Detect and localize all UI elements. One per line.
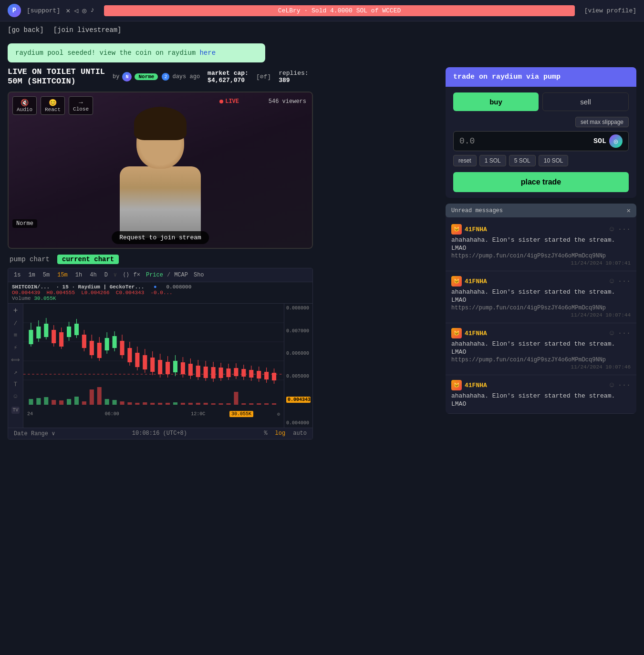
price-label[interactable]: Price <box>146 272 163 278</box>
emoji-react-icon[interactable]: ☺ <box>610 225 614 234</box>
coin-meta: by N Norme 2 days ago <box>113 72 200 82</box>
svg-rect-78 <box>82 401 86 405</box>
sol-amount-input[interactable] <box>459 136 593 146</box>
amount-1sol-button[interactable]: 1 SOL <box>479 155 506 166</box>
svg-rect-101 <box>257 403 261 405</box>
more-options-icon[interactable]: ··· <box>618 277 631 286</box>
percent-symbol[interactable]: % <box>264 430 267 437</box>
close-button[interactable]: → Close <box>69 96 93 115</box>
slippage-button[interactable]: set max slippage <box>575 117 629 127</box>
chat-username-row: 🐱 41FNHA ☺ ··· <box>451 328 631 338</box>
emoji-react-icon[interactable]: ☺ <box>610 381 614 389</box>
more-options-icon[interactable]: ··· <box>618 225 631 234</box>
view-profile-link[interactable]: [view profile] <box>584 7 636 14</box>
chart-toolbar: 1s 1m 5m 15m 1h 4h D ∨ ⟨⟩ f× Price / MCA… <box>8 268 312 282</box>
menu-tool[interactable]: ≡ <box>14 332 18 339</box>
join-livestream-link[interactable]: [join livestream] <box>53 26 122 34</box>
emoji-react-icon[interactable]: ☺ <box>610 277 614 286</box>
pattern-tool[interactable]: ⚡ <box>14 344 18 351</box>
tf-1m[interactable]: 1m <box>26 271 37 279</box>
chat-message: 🐱 41FNHA ☺ ··· ahahahaha. Elon's sister … <box>446 271 636 323</box>
market-cap: market cap: $4,627,070 <box>208 70 249 84</box>
date-range-selector[interactable]: Date Range ∨ <box>14 430 55 437</box>
support-link[interactable]: [support] <box>27 7 60 14</box>
svg-rect-99 <box>241 403 246 405</box>
price-scale-7: 0.007000 <box>286 328 311 334</box>
chat-link[interactable]: https://pump.fun/coin/4igP9szJY4o6oMPmDc… <box>451 305 631 311</box>
indicator-icon[interactable]: f× <box>134 272 140 278</box>
amount-5sol-button[interactable]: 5 SOL <box>509 155 536 166</box>
follow-icon[interactable]: [⊘f] <box>256 73 271 81</box>
line-tool[interactable]: / <box>14 320 18 327</box>
chat-link[interactable]: https://pump.fun/coin/4igP9szJY4o6oMPmDc… <box>451 253 631 259</box>
log-scale[interactable]: log <box>275 430 286 437</box>
main-content: LIVE ON TOILET UNTIL50M (SHITCOIN) by N … <box>0 67 644 440</box>
buy-button[interactable]: buy <box>453 92 539 111</box>
svg-rect-44 <box>173 361 177 372</box>
measure-tool[interactable]: ↗ <box>14 368 18 376</box>
chat-username[interactable]: 41FNHA <box>465 330 487 337</box>
amount-10sol-button[interactable]: 10 SOL <box>539 155 569 166</box>
svg-rect-30 <box>120 341 124 355</box>
svg-rect-68 <box>264 372 269 379</box>
tf-5m[interactable]: 5m <box>41 271 52 279</box>
chat-actions: ☺ ··· <box>610 225 631 234</box>
current-chart-tab[interactable]: current chart <box>57 255 119 264</box>
svg-rect-16 <box>67 327 71 337</box>
creator-badge[interactable]: Norme <box>135 73 158 80</box>
time-ago: days ago <box>172 73 200 80</box>
tf-1s[interactable]: 1s <box>12 271 22 279</box>
svg-rect-62 <box>241 369 246 377</box>
coin-header: LIVE ON TOILET UNTIL50M (SHITCOIN) by N … <box>8 67 436 87</box>
tf-d[interactable]: D <box>103 271 110 279</box>
go-back-link[interactable]: [go back] <box>8 26 44 34</box>
streamer-name: Norme <box>12 219 37 228</box>
chat-username[interactable]: 41FNHA <box>465 382 487 389</box>
twitter-icon[interactable]: ✕ <box>66 6 70 15</box>
join-stream-overlay[interactable]: Request to join stream <box>112 231 209 244</box>
chat-time: 11/24/2024 10:07:46 <box>451 364 631 370</box>
mcap-label[interactable]: MCAP <box>174 272 188 278</box>
svg-rect-40 <box>158 360 162 374</box>
tf-1h[interactable]: 1h <box>73 271 84 279</box>
volume-label: Volume <box>12 296 34 301</box>
sell-button[interactable]: sell <box>542 92 629 111</box>
audio-button[interactable]: 🔇 Audio <box>12 96 37 115</box>
chart-right-scale: 0.008000 0.007000 0.006000 0.005000 0.00… <box>284 304 312 428</box>
crosshair-tool[interactable]: + <box>13 307 18 315</box>
svg-rect-93 <box>196 403 200 405</box>
ruler-tool[interactable]: ⟺ <box>11 356 20 364</box>
instagram-icon[interactable]: ◎ <box>82 6 86 15</box>
more-options-icon[interactable]: ··· <box>618 329 631 338</box>
price-scale-8: 0.008000 <box>286 306 311 311</box>
reset-button[interactable]: reset <box>453 155 477 166</box>
chat-username[interactable]: 41FNHA <box>465 226 487 233</box>
svg-rect-12 <box>52 330 56 343</box>
unread-close-button[interactable]: ✕ <box>627 206 631 215</box>
chart-settings-icon[interactable]: ⟨⟩ <box>123 271 129 278</box>
svg-rect-75 <box>59 400 63 405</box>
text-tool[interactable]: T <box>14 381 18 388</box>
pump-chart-tab[interactable]: pump chart <box>8 255 52 264</box>
telegram-icon[interactable]: ◁ <box>74 6 78 15</box>
emoji-react-icon[interactable]: ☺ <box>610 329 614 338</box>
chat-time: 11/24/2024 10:07:44 <box>451 312 631 318</box>
svg-rect-91 <box>181 403 185 405</box>
tf-4h[interactable]: 4h <box>88 271 98 279</box>
auto-scale[interactable]: auto <box>293 430 307 437</box>
chat-link[interactable]: https://pump.fun/coin/4igP9szJY4o6oMPmDc… <box>451 357 631 363</box>
chat-username[interactable]: 41FNHA <box>465 278 487 285</box>
raydium-link[interactable]: here <box>199 49 216 57</box>
more-options-icon[interactable]: ··· <box>618 381 631 389</box>
emoji-tool[interactable]: ☺ <box>14 393 18 400</box>
show-more[interactable]: Sho <box>194 272 204 278</box>
svg-rect-60 <box>234 368 238 376</box>
svg-rect-83 <box>120 401 124 405</box>
place-trade-button[interactable]: place trade <box>453 172 629 192</box>
chart-header-info: SHITCOIN/... · 15 · Raydium | GeckoTer..… <box>8 282 312 304</box>
tiktok-icon[interactable]: ♪ <box>90 6 94 15</box>
price-scale-5: 0.005000 <box>286 374 311 379</box>
tf-15m[interactable]: 15m <box>55 271 70 279</box>
chat-actions: ☺ ··· <box>610 329 631 338</box>
react-button[interactable]: 😊 React <box>41 96 65 115</box>
